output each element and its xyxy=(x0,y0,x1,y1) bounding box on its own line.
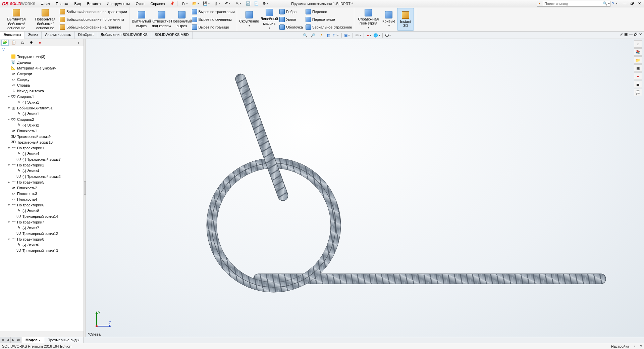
print-button[interactable]: 🖨▼ xyxy=(212,1,222,7)
status-help-icon[interactable]: ? xyxy=(640,344,642,348)
boundary-boss-button[interactable]: Бобышка/основание на границе xyxy=(60,23,127,31)
tree-item[interactable]: 3DТрехмерный эскиз10 xyxy=(0,139,84,145)
open-button[interactable]: 📂▼ xyxy=(191,1,201,7)
tree-item[interactable]: ▸〰По траектории5 xyxy=(0,179,84,185)
tree-item[interactable]: ✎(-) Эскиз1 xyxy=(0,99,84,105)
twisty-icon[interactable]: ▾ xyxy=(7,95,11,98)
mdi-restore-button[interactable]: 🗗 xyxy=(634,32,638,37)
mdi-minimize-button[interactable]: — xyxy=(629,32,633,37)
tree-item[interactable]: ✎(-) Эскиз8 xyxy=(0,208,84,213)
tab-nav-last[interactable]: ⏭ xyxy=(16,337,21,343)
tree-item[interactable]: 3DТрехмерный эскиз14 xyxy=(0,213,84,219)
menu-window[interactable]: Окно xyxy=(133,1,147,6)
swept-cut-button[interactable]: Вырез по траектории xyxy=(192,8,235,15)
twisty-icon[interactable]: ▾ xyxy=(7,163,11,167)
tree-item[interactable]: 3DТрехмерный эскиз13 xyxy=(0,248,84,253)
feature-tree-tab[interactable]: 🧩 xyxy=(1,40,9,46)
file-explorer-tab[interactable]: 📁 xyxy=(634,56,642,64)
command-search[interactable]: ▸ 🔍▼ xyxy=(537,1,610,7)
twisty-icon[interactable]: ▾ xyxy=(7,237,11,241)
forum-tab[interactable]: 💬 xyxy=(634,89,642,96)
tree-item[interactable]: ▾◫Бобышка-Вытянуть1 xyxy=(0,105,84,111)
tree-item[interactable]: 3DТрехмерный эскиз12 xyxy=(0,231,84,236)
search-icon[interactable]: 🔍▼ xyxy=(603,1,610,6)
curves-button[interactable]: Кривые▼ xyxy=(380,8,397,31)
restore-button[interactable]: 🗗 xyxy=(629,1,635,6)
lofted-cut-button[interactable]: Вырез по сечениям xyxy=(192,16,235,23)
configuration-tab[interactable]: 🗂 xyxy=(19,40,26,46)
view-palette-tab[interactable]: ▦ xyxy=(634,64,642,72)
orientation-triad[interactable]: Y Z xyxy=(93,309,113,330)
tree-item[interactable]: 📐Материал <не указан> xyxy=(0,65,84,71)
tree-item[interactable]: 3D(-) Трехмерный эскиз7 xyxy=(0,156,84,162)
minimize-button[interactable]: — xyxy=(621,1,628,6)
tab-model[interactable]: Модель xyxy=(21,337,44,343)
view-orientation-button[interactable]: ⬚▼ xyxy=(333,32,339,38)
tab-dimxpert[interactable]: DimXpert xyxy=(75,32,97,39)
close-button[interactable]: ✕ xyxy=(636,1,643,6)
tree-item[interactable]: ↳Исходная точка xyxy=(0,88,84,94)
tree-item[interactable]: 3D(-) Трехмерный эскиз2 xyxy=(0,173,84,179)
tree-item[interactable]: ▱Плоскость4 xyxy=(0,196,84,202)
options-button[interactable]: ⚙▼ xyxy=(261,1,271,7)
tab-evaluate[interactable]: Анализировать xyxy=(42,32,75,39)
shell-button[interactable]: Оболочка xyxy=(279,23,303,31)
twisty-icon[interactable]: ▾ xyxy=(7,146,11,150)
tree-item[interactable]: ✎(-) Эскиз7 xyxy=(0,225,84,231)
tree-item[interactable]: ▱Сверху xyxy=(0,77,84,82)
section-view-button[interactable]: ◧ xyxy=(325,32,332,38)
instant-3d-button[interactable]: Instant 3D xyxy=(397,8,414,31)
panel-expand-button[interactable]: › xyxy=(75,40,82,46)
tab-3d-views[interactable]: Трехмерные виды xyxy=(44,337,84,343)
twisty-icon[interactable]: ▾ xyxy=(7,117,11,121)
hide-show-button[interactable]: 👁▼ xyxy=(355,32,362,38)
status-options[interactable]: Настройка xyxy=(611,344,629,348)
select-button[interactable]: ↖▼ xyxy=(234,1,244,7)
feature-tree[interactable]: 🟨Твердые тела(3)📡Датчики📐Материал <не ук… xyxy=(0,53,84,332)
panel-hscroll[interactable] xyxy=(0,332,84,337)
lofted-boss-button[interactable]: Бобышка/основание по сечениям xyxy=(60,16,127,23)
tree-item[interactable]: ▾〰По траектории6 xyxy=(0,202,84,208)
twisty-icon[interactable]: ▾ xyxy=(7,203,11,207)
twisty-icon[interactable]: ▾ xyxy=(7,220,11,224)
tree-item[interactable]: ▾〰По траектории1 xyxy=(0,145,84,151)
tab-nav-next[interactable]: ▶ xyxy=(11,337,16,343)
menu-edit[interactable]: Правка xyxy=(53,1,71,6)
help-button[interactable]: ? xyxy=(612,2,614,6)
reference-geometry-button[interactable]: Справочная геометрия▼ xyxy=(356,8,380,31)
tab-nav-prev[interactable]: ◀ xyxy=(5,337,11,343)
property-manager-tab[interactable]: 📋 xyxy=(10,40,17,46)
twisty-icon[interactable]: ▸ xyxy=(7,180,11,184)
apply-scene-button[interactable]: 🌐▼ xyxy=(374,32,380,38)
mdi-tile-icon[interactable]: ▦ xyxy=(624,32,628,37)
extruded-boss-button[interactable]: Вытянутаябобышка/основание xyxy=(2,8,31,31)
mirror-button[interactable]: Зеркальное отражение xyxy=(306,23,352,31)
zoom-fit-button[interactable]: 🔍 xyxy=(302,32,309,38)
pin-icon[interactable]: 📌 xyxy=(170,1,174,6)
tree-item[interactable]: ✎(-) Эскиз4 xyxy=(0,151,84,156)
tab-mbd[interactable]: SOLIDWORKS MBD xyxy=(151,32,193,39)
zoom-area-button[interactable]: 🔎 xyxy=(310,32,316,38)
tree-item[interactable]: 🟨Твердые тела(3) xyxy=(0,54,84,59)
linear-pattern-button[interactable]: Линейныймассив▼ xyxy=(259,8,279,31)
tab-addins[interactable]: Добавления SOLIDWORKS xyxy=(97,32,151,39)
menu-file[interactable]: Файл xyxy=(38,1,52,6)
extruded-cut-button[interactable]: Вытянутыйвырез xyxy=(131,8,152,31)
menu-tools[interactable]: Инструменты xyxy=(104,1,132,6)
appearances-tab[interactable]: ● xyxy=(634,72,642,80)
display-style-button[interactable]: ▣▼ xyxy=(344,32,351,38)
tree-item[interactable]: ✎(-) Эскиз1 xyxy=(0,111,84,116)
twisty-icon[interactable]: ▾ xyxy=(7,106,11,110)
tab-features[interactable]: Элементы xyxy=(0,32,25,39)
tree-item[interactable]: ▱Плоскость1 xyxy=(0,128,84,134)
mdi-expand-icon[interactable]: ⤢ xyxy=(620,32,623,37)
tab-nav-first[interactable]: ⏮ xyxy=(0,337,5,343)
menu-insert[interactable]: Вставка xyxy=(84,1,103,6)
menu-help[interactable]: Справка xyxy=(148,1,167,6)
search-input[interactable] xyxy=(543,2,603,6)
mdi-close-button[interactable]: ✕ xyxy=(639,32,642,37)
custom-props-tab[interactable]: ☰ xyxy=(634,81,642,88)
edit-appearance-button[interactable]: ●▼ xyxy=(366,32,373,38)
rib-button[interactable]: Ребро xyxy=(279,8,303,15)
wrap-button[interactable]: Перенос xyxy=(306,8,352,15)
